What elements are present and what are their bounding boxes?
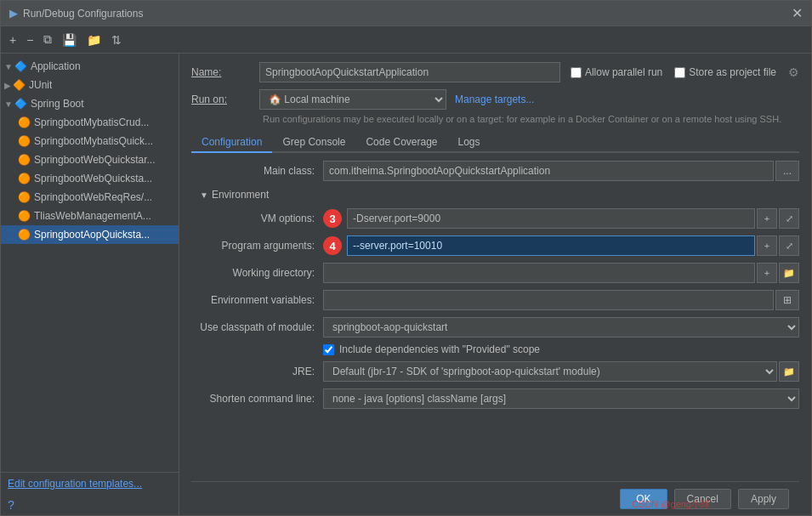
include-deps-checkbox[interactable]	[323, 344, 334, 355]
close-button[interactable]: ✕	[792, 5, 803, 21]
tree-item-sub2[interactable]: 🟠 SpringbootMybatisQuick...	[1, 132, 179, 150]
program-args-expand-button[interactable]: ⤢	[779, 235, 799, 256]
working-dir-input[interactable]	[323, 263, 755, 283]
help-button[interactable]: ?	[1, 495, 179, 515]
classpath-row: Use classpath of module: springboot-aop-…	[191, 316, 799, 338]
tab-configuration[interactable]: Configuration	[191, 133, 272, 153]
env-vars-input-group: ⊞	[323, 290, 799, 310]
include-deps-label: Include dependencies with "Provided" sco…	[339, 343, 540, 355]
vm-options-input[interactable]	[347, 208, 755, 229]
store-settings-icon[interactable]: ⚙	[788, 65, 799, 79]
manage-targets-link[interactable]: Manage targets...	[455, 94, 534, 105]
main-class-input-group: ...	[323, 161, 799, 181]
tree-item-label-application: Application	[31, 60, 81, 72]
vm-options-expand-button[interactable]: ⤢	[779, 208, 799, 229]
dialog-title: Run/Debug Configurations	[23, 8, 143, 20]
shorten-cmd-label: Shorten command line:	[191, 393, 323, 405]
shorten-cmd-select[interactable]: none - java [options] className [args]	[323, 388, 799, 409]
name-input[interactable]	[259, 62, 560, 82]
program-args-badge: 4	[323, 236, 342, 255]
sub5-icon: 🟠	[18, 191, 31, 203]
main-class-browse-button[interactable]: ...	[775, 161, 799, 181]
main-class-input[interactable]	[323, 161, 774, 181]
tree-item-springboot[interactable]: ▼ 🔷 Spring Boot	[1, 94, 179, 113]
expand-arrow-application: ▼	[4, 62, 13, 71]
program-args-add-button[interactable]: +	[757, 235, 777, 256]
jre-select-group: Default (jbr-17 - SDK of 'springboot-aop…	[323, 361, 799, 382]
tree-item-sub5[interactable]: 🟠 SpringbootWebReqRes/...	[1, 188, 179, 207]
tab-code-coverage[interactable]: Code Coverage	[355, 133, 447, 153]
save-config-button[interactable]: 💾	[59, 31, 80, 48]
copy-config-button[interactable]: ⧉	[40, 31, 55, 48]
apply-button[interactable]: Apply	[738, 489, 789, 509]
tree-item-label-springboot: Spring Boot	[31, 98, 84, 110]
store-as-project-checkbox[interactable]	[674, 67, 685, 78]
env-vars-edit-button[interactable]: ⊞	[775, 290, 799, 310]
allow-parallel-checkbox[interactable]	[571, 67, 582, 78]
main-class-label: Main class:	[191, 165, 323, 177]
tree-item-label-sub1: SpringbootMybatisCrud...	[34, 116, 149, 128]
bottom-bar: OK Cancel Apply	[191, 481, 799, 515]
sub4-icon: 🟠	[18, 173, 31, 184]
edit-templates-link[interactable]: Edit configuration templates...	[1, 472, 179, 495]
include-deps-row: Include dependencies with "Provided" sco…	[323, 343, 799, 355]
cancel-button[interactable]: Cancel	[674, 489, 731, 509]
tree-item-label-sub3: SpringbootWebQuickstar...	[34, 154, 156, 166]
tree-item-sub7[interactable]: 🟠 SpringbootAopQuicksta...	[1, 225, 179, 244]
tree-item-label-sub2: SpringbootMybatisQuick...	[34, 135, 153, 147]
jre-label: JRE:	[191, 366, 323, 377]
run-on-row: Run on: 🏠 Local machine Manage targets..…	[191, 89, 799, 110]
folder-config-button[interactable]: 📁	[83, 31, 105, 48]
tree-item-junit[interactable]: ▶ 🔶 JUnit	[1, 76, 179, 94]
environment-label: Environment	[212, 189, 269, 201]
name-label: Name:	[191, 66, 259, 78]
tree-item-application[interactable]: ▼ 🔷 Application	[1, 57, 179, 76]
working-dir-label: Working directory:	[191, 267, 323, 279]
tree-item-label-sub5: SpringbootWebReqRes/...	[34, 191, 152, 203]
main-content: ▼ 🔷 Application ▶ 🔶 JUnit ▼ 🔷 Spring Boo…	[1, 54, 811, 515]
working-dir-add-button[interactable]: +	[757, 263, 777, 283]
working-dir-browse-button[interactable]: 📁	[779, 263, 799, 283]
jre-select[interactable]: Default (jbr-17 - SDK of 'springboot-aop…	[323, 361, 777, 382]
tree-item-label-sub6: TliasWebManagementA...	[34, 210, 151, 222]
vm-options-add-button[interactable]: +	[757, 208, 777, 229]
classpath-select-group: springboot-aop-quickstart	[323, 317, 799, 337]
store-as-project-label[interactable]: Store as project file	[674, 66, 776, 78]
ok-button[interactable]: OK	[620, 489, 667, 509]
tree-item-sub3[interactable]: 🟠 SpringbootWebQuickstar...	[1, 150, 179, 169]
sub2-icon: 🟠	[18, 135, 31, 147]
jre-browse-button[interactable]: 📁	[779, 361, 799, 382]
sub3-icon: 🟠	[18, 154, 31, 166]
tree-item-label-sub4: SpringbootWebQuicksta...	[34, 173, 152, 184]
classpath-label: Use classpath of module:	[191, 321, 323, 333]
tab-logs[interactable]: Logs	[448, 133, 491, 153]
tree-item-sub4[interactable]: 🟠 SpringbootWebQuicksta...	[1, 169, 179, 188]
remove-config-button[interactable]: −	[23, 31, 37, 48]
tree-item-label-sub7: SpringbootAopQuicksta...	[34, 229, 150, 241]
classpath-select[interactable]: springboot-aop-quickstart	[323, 317, 799, 337]
tree-item-sub6[interactable]: 🟠 TliasWebManagementA...	[1, 207, 179, 225]
program-args-input[interactable]	[347, 235, 755, 256]
env-vars-input[interactable]	[323, 290, 774, 310]
main-class-row: Main class: ...	[191, 160, 799, 182]
title-bar: ▶ Run/Debug Configurations ✕	[1, 1, 811, 26]
sort-config-button[interactable]: ⇅	[108, 31, 125, 48]
expand-arrow-springboot: ▼	[4, 99, 13, 109]
tabs-bar: Configuration Grep Console Code Coverage…	[191, 133, 799, 153]
tab-grep-console[interactable]: Grep Console	[272, 133, 355, 153]
env-vars-label: Environment variables:	[191, 294, 323, 306]
add-config-button[interactable]: +	[6, 31, 20, 48]
toolbar: + − ⧉ 💾 📁 ⇅	[1, 26, 811, 54]
sub7-icon: 🟠	[18, 229, 31, 241]
working-dir-input-group: + 📁	[323, 263, 799, 283]
dialog-icon: ▶	[9, 7, 18, 20]
run-debug-dialog: ▶ Run/Debug Configurations ✕ + − ⧉ 💾 📁 ⇅…	[0, 0, 812, 516]
jre-row: JRE: Default (jbr-17 - SDK of 'springboo…	[191, 360, 799, 383]
run-on-select[interactable]: 🏠 Local machine	[259, 89, 446, 110]
config-tree: ▼ 🔷 Application ▶ 🔶 JUnit ▼ 🔷 Spring Boo…	[1, 54, 179, 472]
program-args-input-group: + ⤢	[347, 235, 799, 256]
environment-section-header[interactable]: ▼ Environment	[200, 187, 799, 202]
vm-options-input-group: + ⤢	[347, 208, 799, 229]
allow-parallel-label[interactable]: Allow parallel run	[571, 66, 662, 78]
tree-item-sub1[interactable]: 🟠 SpringbootMybatisCrud...	[1, 113, 179, 132]
